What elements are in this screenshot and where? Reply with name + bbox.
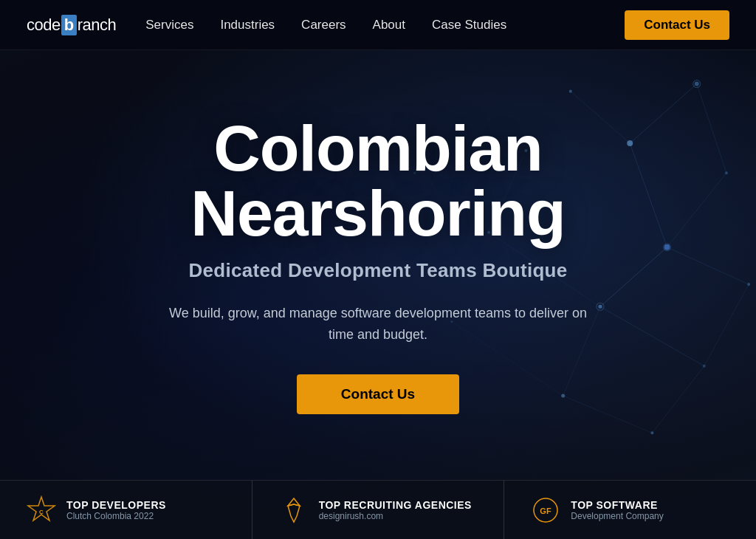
clutch-icon: C (27, 495, 56, 525)
badge-goodfirms-title: TOP SOFTWARE (571, 499, 663, 511)
navbar: codebranch Services Industries Careers A… (0, 0, 756, 50)
badge-designrush-title: TOP RECRUITING AGENCIES (319, 499, 472, 511)
badge-clutch: C TOP DEVELOPERS Clutch Colombia 2022 (0, 481, 252, 539)
hero-title-line2: Nearshoring (190, 176, 565, 250)
nav-contact-button[interactable]: Contact Us (625, 10, 729, 40)
badge-goodfirms-sub: Development Company (571, 511, 663, 521)
logo[interactable]: codebranch (27, 15, 116, 35)
goodfirms-icon: GF (531, 495, 560, 525)
hero-title-line1: Colombian (213, 111, 543, 185)
hero-subtitle: Dedicated Development Teams Boutique (188, 259, 567, 282)
badge-designrush-sub: designirush.com (319, 511, 472, 521)
hero-title: Colombian Nearshoring (190, 116, 565, 246)
badge-goodfirms-text: TOP SOFTWARE Development Company (571, 499, 663, 521)
nav-link-services[interactable]: Services (145, 18, 193, 32)
logo-text-code: code (27, 16, 61, 35)
badge-clutch-text: TOP DEVELOPERS Clutch Colombia 2022 (66, 499, 166, 521)
nav-links: Services Industries Careers About Case S… (145, 18, 625, 32)
svg-text:C: C (39, 509, 44, 515)
badge-clutch-title: TOP DEVELOPERS (66, 499, 166, 511)
badge-designrush: TOP RECRUITING AGENCIES designirush.com (252, 481, 504, 539)
badges-bar: C TOP DEVELOPERS Clutch Colombia 2022 TO… (0, 480, 756, 539)
hero-contact-button[interactable]: Contact Us (297, 374, 459, 414)
badge-goodfirms: GF TOP SOFTWARE Development Company (504, 481, 756, 539)
nav-link-case-studies[interactable]: Case Studies (432, 18, 506, 32)
nav-link-about[interactable]: About (373, 18, 405, 32)
hero-body: We build, grow, and manage software deve… (164, 303, 592, 346)
hero-section: Colombian Nearshoring Dedicated Developm… (0, 50, 756, 480)
designrush-icon (279, 495, 309, 525)
nav-link-careers[interactable]: Careers (301, 18, 346, 32)
svg-text:GF: GF (540, 507, 552, 515)
badge-clutch-sub: Clutch Colombia 2022 (66, 511, 166, 521)
badge-designrush-text: TOP RECRUITING AGENCIES designirush.com (319, 499, 472, 521)
nav-link-industries[interactable]: Industries (220, 18, 275, 32)
logo-letter-b: b (64, 16, 74, 35)
logo-text-ranch: ranch (78, 16, 117, 35)
